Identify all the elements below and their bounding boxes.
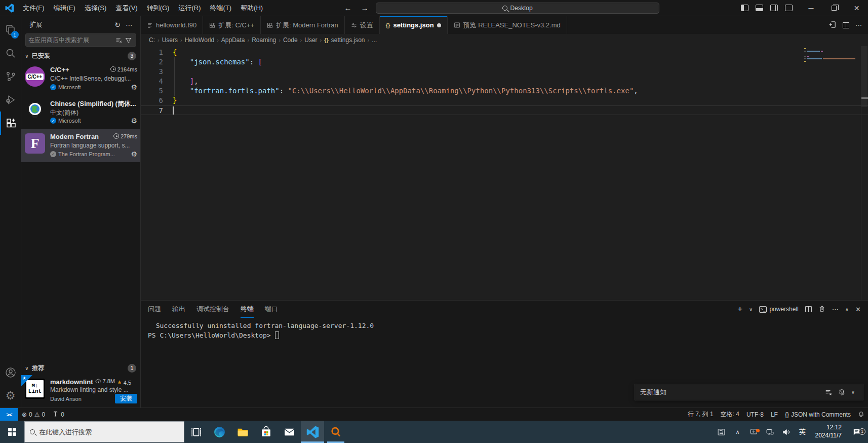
breadcrumb-item[interactable]: AppData bbox=[221, 36, 245, 44]
source-control-icon[interactable] bbox=[0, 65, 21, 88]
clear-filter-icon[interactable] bbox=[114, 37, 124, 44]
restore-button[interactable] bbox=[822, 0, 845, 16]
remote-indicator[interactable]: >< bbox=[0, 408, 18, 421]
forward-arrow-icon[interactable]: → bbox=[359, 4, 371, 12]
manage-gear-icon[interactable]: ⚙ bbox=[131, 150, 137, 158]
breadcrumb-item[interactable]: Roaming bbox=[252, 36, 276, 44]
menu-help[interactable]: 帮助(H) bbox=[236, 0, 267, 16]
command-center-search[interactable]: Desktop bbox=[376, 3, 659, 14]
more-actions-icon[interactable]: ⋯ bbox=[855, 21, 862, 29]
tab-settings-json[interactable]: {} settings.json bbox=[380, 16, 448, 34]
microsoft-store-icon[interactable] bbox=[254, 421, 278, 443]
extensions-view-icon[interactable] bbox=[0, 112, 21, 135]
breadcrumb-item[interactable]: Code bbox=[283, 36, 298, 44]
recommended-section-header[interactable]: ∨ 推荐 1 bbox=[21, 362, 140, 374]
everything-search-icon[interactable] bbox=[324, 421, 347, 443]
breadcrumb-item[interactable]: User bbox=[304, 36, 317, 44]
menu-edit[interactable]: 编辑(E) bbox=[49, 0, 80, 16]
vscode-taskbar-icon[interactable] bbox=[301, 421, 324, 443]
menu-selection[interactable]: 选择(S) bbox=[80, 0, 111, 16]
tab-settings[interactable]: 设置 bbox=[345, 16, 380, 34]
minimap[interactable] bbox=[804, 48, 860, 63]
cursor-position[interactable]: 行 7, 列 1 bbox=[684, 408, 717, 421]
toggle-sidebar-icon[interactable] bbox=[741, 5, 748, 11]
code-editor[interactable]: 1{ 2 "json.schemas": [ 3 4 ], 5 "fortran… bbox=[141, 46, 868, 300]
hide-notifications-icon[interactable]: ∨ bbox=[848, 389, 858, 395]
problems-status[interactable]: ⊗0 ⚠0 bbox=[18, 408, 49, 421]
run-debug-icon[interactable] bbox=[0, 88, 21, 112]
install-button[interactable]: 安装 bbox=[115, 394, 137, 403]
menu-run[interactable]: 运行(R) bbox=[174, 0, 205, 16]
eol-sequence[interactable]: LF bbox=[767, 408, 781, 421]
language-mode[interactable]: {} JSON with Comments bbox=[781, 408, 854, 421]
network-display-icon[interactable] bbox=[763, 428, 778, 436]
notifications-bell-icon[interactable] bbox=[854, 408, 868, 421]
menu-file[interactable]: 文件(F) bbox=[18, 0, 49, 16]
back-arrow-icon[interactable]: ← bbox=[342, 4, 354, 12]
panel-tab-problems[interactable]: 问题 bbox=[148, 301, 161, 317]
new-terminal-icon[interactable]: + bbox=[737, 304, 742, 314]
editor-scrollbar[interactable] bbox=[861, 46, 868, 300]
extension-item-cpp[interactable]: C/C++ C/C++ 2164ms C/C++ IntelliSense, d… bbox=[21, 62, 140, 95]
minimize-button[interactable]: ─ bbox=[800, 0, 822, 16]
encoding[interactable]: UTF-8 bbox=[743, 408, 767, 421]
do-not-disturb-icon[interactable] bbox=[835, 389, 848, 396]
mail-icon[interactable] bbox=[278, 421, 301, 443]
tab-extension-modern-fortran[interactable]: 扩展: Modern Fortran bbox=[261, 16, 345, 34]
close-panel-icon[interactable]: ✕ bbox=[855, 306, 861, 313]
toggle-secondary-sidebar-icon[interactable] bbox=[770, 5, 778, 11]
taskbar-clock[interactable]: 12:12 2024/11/7 bbox=[811, 424, 846, 439]
close-button[interactable]: ✕ bbox=[845, 0, 868, 16]
toggle-panel-icon[interactable] bbox=[756, 5, 763, 11]
breadcrumb-item[interactable]: HelloWorld bbox=[185, 36, 214, 44]
hidden-icons-chevron[interactable]: ∧ bbox=[730, 429, 745, 435]
start-button[interactable] bbox=[0, 421, 24, 443]
panel-tab-terminal[interactable]: 终端 bbox=[241, 301, 254, 318]
dirty-indicator-icon[interactable] bbox=[437, 23, 441, 27]
breadcrumb-item[interactable]: C: bbox=[149, 36, 155, 44]
tab-extension-cpp[interactable]: 扩展: C/C++ bbox=[203, 16, 261, 34]
indentation[interactable]: 空格: 4 bbox=[717, 408, 743, 421]
sync-status-icon[interactable] bbox=[746, 428, 762, 436]
menu-go[interactable]: 转到(G) bbox=[142, 0, 174, 16]
clear-all-notifications-icon[interactable] bbox=[822, 389, 835, 396]
extension-item-chinese[interactable]: Chinese (Simplified) (简体... 中文(简体) ✓Micr… bbox=[21, 95, 140, 129]
extension-item-modern-fortran[interactable]: F Modern Fortran 279ms Fortran language … bbox=[21, 129, 140, 162]
tab-preview-release-notes[interactable]: 预览 RELEASE_NOTES-v3.2.md bbox=[448, 16, 567, 34]
menu-view[interactable]: 查看(V) bbox=[111, 0, 142, 16]
ports-status[interactable]: 0 bbox=[49, 408, 68, 421]
panel-tab-output[interactable]: 输出 bbox=[172, 301, 185, 317]
installed-section-header[interactable]: ∨ 已安装 3 bbox=[21, 50, 140, 62]
panel-tab-ports[interactable]: 端口 bbox=[265, 301, 278, 317]
menu-terminal[interactable]: 终端(T) bbox=[205, 0, 236, 16]
breadcrumb-item[interactable]: ... bbox=[372, 36, 377, 44]
terminal-dropdown-icon[interactable]: ∨ bbox=[749, 307, 753, 312]
tab-helloworld-f90[interactable]: helloworld.f90 bbox=[141, 16, 203, 34]
edge-browser-icon[interactable] bbox=[208, 421, 231, 443]
account-icon[interactable] bbox=[0, 361, 21, 384]
explorer-icon[interactable]: 1 bbox=[0, 18, 21, 42]
refresh-icon[interactable]: ↻ bbox=[112, 21, 123, 29]
action-center-icon[interactable]: 1 bbox=[847, 428, 866, 436]
manage-gear-icon[interactable]: ⚙ bbox=[131, 117, 137, 125]
ime-indicator[interactable]: 英 bbox=[795, 427, 810, 436]
task-view-button[interactable] bbox=[184, 421, 208, 443]
extensions-search-input[interactable] bbox=[28, 36, 114, 44]
news-widgets-icon[interactable] bbox=[714, 428, 729, 436]
kill-terminal-icon[interactable] bbox=[818, 305, 825, 314]
split-editor-icon[interactable] bbox=[843, 22, 849, 28]
volume-icon[interactable] bbox=[779, 428, 794, 436]
breadcrumb-item[interactable]: Users bbox=[162, 36, 178, 44]
open-settings-ui-icon[interactable] bbox=[829, 21, 837, 30]
panel-tab-debug-console[interactable]: 调试控制台 bbox=[196, 301, 229, 317]
split-terminal-icon[interactable] bbox=[805, 306, 812, 312]
file-explorer-icon[interactable] bbox=[231, 421, 254, 443]
search-view-icon[interactable] bbox=[0, 42, 21, 65]
filter-icon[interactable] bbox=[124, 37, 133, 44]
customize-layout-icon[interactable] bbox=[785, 5, 793, 11]
extension-item-markdownlint[interactable]: ★ M↓Lint markdownlint 7.8M ★4.5 Markdown… bbox=[21, 374, 140, 408]
manage-gear-icon[interactable]: ⚙ bbox=[131, 83, 137, 91]
settings-gear-icon[interactable]: ⚙ bbox=[0, 384, 21, 408]
terminal-instance[interactable]: >_ powershell bbox=[759, 306, 798, 313]
taskbar-search-input[interactable] bbox=[39, 428, 179, 436]
